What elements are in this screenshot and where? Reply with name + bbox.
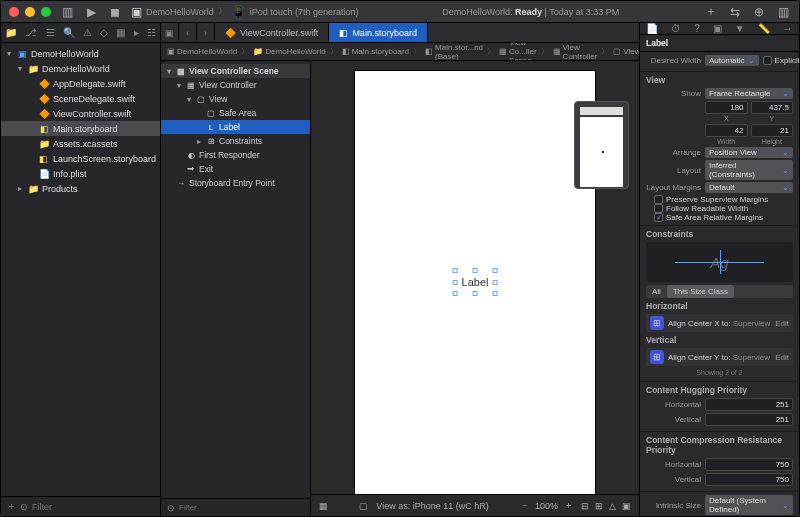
file-row[interactable]: 🔶SceneDelegate.swift: [1, 91, 160, 106]
edit-constraint-button-v[interactable]: Edit: [775, 353, 789, 362]
jump-item[interactable]: Main.stor...nd (Base): [435, 43, 483, 61]
file-row[interactable]: ▸📁Products: [1, 181, 160, 196]
attributes-insp-icon[interactable]: ▼: [735, 23, 745, 34]
zoom-value[interactable]: 100%: [535, 501, 558, 511]
device-config-icon[interactable]: ▢: [359, 501, 368, 511]
jump-item[interactable]: DemoHelloWorld: [265, 47, 325, 56]
minimap[interactable]: [574, 101, 629, 189]
outline-row[interactable]: ▸⊞Constraints: [161, 134, 310, 148]
outline-row[interactable]: ▾▢View: [161, 92, 310, 106]
jump-item[interactable]: Main.storyboard: [352, 47, 409, 56]
constraint-row-h[interactable]: ⊞ Align Center X to: Superview Edit: [646, 314, 793, 332]
jump-item[interactable]: DemoHelloWorld: [177, 47, 237, 56]
size-class-segment[interactable]: AllThis Size Class: [646, 285, 793, 298]
outline-row[interactable]: ▢Safe Area: [161, 106, 310, 120]
desired-width-auto[interactable]: Automatic: [705, 55, 759, 66]
arrange-popup[interactable]: Position View: [705, 147, 793, 158]
zoom-in-icon[interactable]: ＋: [564, 499, 573, 512]
editor-tab[interactable]: 🔶ViewController.swift: [215, 23, 329, 42]
outline-row[interactable]: ⮕Exit: [161, 162, 310, 176]
stop-button[interactable]: ◼: [107, 4, 123, 20]
view-as-label[interactable]: View as: iPhone 11 (wC hR): [376, 501, 488, 511]
explicit-checkbox[interactable]: [763, 56, 772, 65]
scm-nav-icon[interactable]: ⎇: [25, 27, 37, 38]
pin-icon[interactable]: ⊞: [595, 501, 603, 511]
show-popup[interactable]: Frame Rectangle: [705, 88, 793, 99]
file-row[interactable]: ▾📁DemoHelloWorld: [1, 61, 160, 76]
symbol-nav-icon[interactable]: ☰: [46, 27, 55, 38]
report-nav-icon[interactable]: ☷: [147, 27, 156, 38]
add-file-icon[interactable]: ＋: [7, 500, 16, 513]
file-row[interactable]: 📁Assets.xcassets: [1, 136, 160, 151]
identity-insp-icon[interactable]: ▣: [713, 23, 722, 34]
debug-nav-icon[interactable]: ▦: [116, 27, 125, 38]
outline-row[interactable]: →Storyboard Entry Point: [161, 176, 310, 190]
test-nav-icon[interactable]: ◇: [100, 27, 108, 38]
comp-h-field[interactable]: 750: [705, 458, 793, 471]
editor-tab[interactable]: ◧Main.storyboard: [329, 23, 428, 42]
comp-v-field[interactable]: 750: [705, 473, 793, 486]
size-insp-icon[interactable]: 📏: [758, 23, 770, 34]
help-insp-icon[interactable]: ?: [694, 23, 700, 34]
library-button[interactable]: ⊕: [751, 4, 767, 20]
run-button[interactable]: ▶: [83, 4, 99, 20]
close-button[interactable]: [9, 7, 19, 17]
bp-nav-icon[interactable]: ▸: [134, 27, 139, 38]
jump-item[interactable]: View Co...ller Scene: [509, 43, 537, 61]
navigator-filter[interactable]: [32, 502, 154, 512]
align-icon[interactable]: ⊟: [581, 501, 589, 511]
hug-v-field[interactable]: 251: [705, 413, 793, 426]
height-field[interactable]: 21: [751, 124, 794, 137]
file-row[interactable]: 🔶ViewController.swift: [1, 106, 160, 121]
safe-area-checkbox[interactable]: ✓: [654, 213, 663, 222]
view-controller-canvas[interactable]: Label: [355, 71, 595, 494]
jump-item[interactable]: View Controller: [563, 43, 598, 61]
find-nav-icon[interactable]: 🔍: [63, 27, 75, 38]
outline-row[interactable]: LLabel: [161, 120, 310, 134]
sidebar-toggle-icon[interactable]: ▥: [59, 4, 75, 20]
y-field[interactable]: 437.5: [751, 101, 794, 114]
nav-back-icon[interactable]: ‹: [179, 23, 197, 42]
outline-toggle-icon[interactable]: ▦: [319, 501, 328, 511]
hug-h-field[interactable]: 251: [705, 398, 793, 411]
file-row[interactable]: ▾▣DemoHelloWorld: [1, 46, 160, 61]
file-tree[interactable]: ▾▣DemoHelloWorld▾📁DemoHelloWorld🔶AppDele…: [1, 43, 160, 496]
folder-nav-icon[interactable]: 📁: [5, 27, 17, 38]
file-row[interactable]: 📄Info.plist: [1, 166, 160, 181]
back-button[interactable]: ▣: [161, 23, 179, 42]
outline-tree[interactable]: ▾▦View Controller Scene▾▦View Controller…: [161, 61, 310, 498]
add-editor-button[interactable]: ＋: [703, 4, 719, 20]
minimize-button[interactable]: [25, 7, 35, 17]
filter-scope-icon[interactable]: ⊙: [20, 502, 28, 512]
outline-filter[interactable]: [179, 503, 304, 512]
editor-options-button[interactable]: ⇆: [727, 4, 743, 20]
outline-row[interactable]: ▾▦View Controller: [161, 78, 310, 92]
nav-fwd-icon[interactable]: ›: [197, 23, 215, 42]
scheme-selector[interactable]: ▣ DemoHelloWorld 〉 📱 iPod touch (7th gen…: [131, 5, 358, 19]
jump-bar[interactable]: ▣DemoHelloWorld〉📁DemoHelloWorld〉◧Main.st…: [161, 43, 639, 61]
preserve-margins-checkbox[interactable]: [654, 195, 663, 204]
resolve-icon[interactable]: △: [609, 501, 616, 511]
constraint-overview[interactable]: Ag: [646, 242, 793, 282]
file-row[interactable]: ◧Main.storyboard: [1, 121, 160, 136]
selected-label[interactable]: Label: [460, 275, 491, 289]
file-insp-icon[interactable]: 📄: [646, 23, 658, 34]
jump-item[interactable]: View: [623, 47, 639, 56]
readable-width-checkbox[interactable]: [654, 204, 663, 213]
inspector-tabs[interactable]: 📄 ⏱ ? ▣ ▼ 📏 →: [640, 23, 799, 35]
navigator-tabs[interactable]: 📁 ⎇ ☰ 🔍 ⚠ ◇ ▦ ▸ ☷: [1, 23, 160, 43]
file-row[interactable]: ◧LaunchScreen.storyboard: [1, 151, 160, 166]
constraint-row-v[interactable]: ⊞ Align Center Y to: Superview Edit: [646, 348, 793, 366]
embed-icon[interactable]: ▣: [622, 501, 631, 511]
outline-row[interactable]: ▾▦View Controller Scene: [161, 64, 310, 78]
zoom-button[interactable]: [41, 7, 51, 17]
history-insp-icon[interactable]: ⏱: [671, 23, 681, 34]
x-field[interactable]: 180: [705, 101, 748, 114]
layout-popup[interactable]: Inferred (Constraints): [705, 160, 793, 180]
zoom-out-icon[interactable]: －: [520, 499, 529, 512]
edit-constraint-button[interactable]: Edit: [775, 319, 789, 328]
outline-row[interactable]: ◐First Responder: [161, 148, 310, 162]
issue-nav-icon[interactable]: ⚠: [83, 27, 92, 38]
inspector-toggle-icon[interactable]: ▥: [775, 4, 791, 20]
connections-insp-icon[interactable]: →: [782, 23, 792, 34]
